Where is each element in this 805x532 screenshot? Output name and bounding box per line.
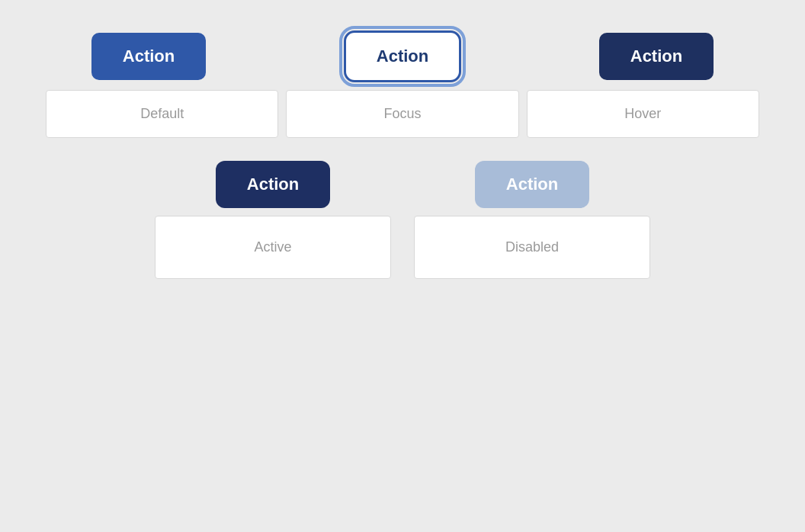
hover-button[interactable]: Action [599,33,714,80]
disabled-button: Action [475,161,589,208]
active-button[interactable]: Action [216,161,330,208]
default-label: Default [46,90,278,138]
state-labels-row: Default Focus Hover [46,90,759,138]
hover-label: Hover [527,90,759,138]
main-container: Action Action Action Default Focus Hover… [0,0,805,532]
default-button[interactable]: Action [91,33,206,80]
active-disabled-buttons-row: Action Action [46,161,759,208]
focus-label: Focus [286,90,518,138]
active-disabled-labels-row: Active Disabled [46,216,759,279]
button-states-row: Action Action Action [46,30,759,82]
active-label: Active [155,216,391,279]
disabled-label: Disabled [414,216,650,279]
focus-button[interactable]: Action [344,30,461,82]
